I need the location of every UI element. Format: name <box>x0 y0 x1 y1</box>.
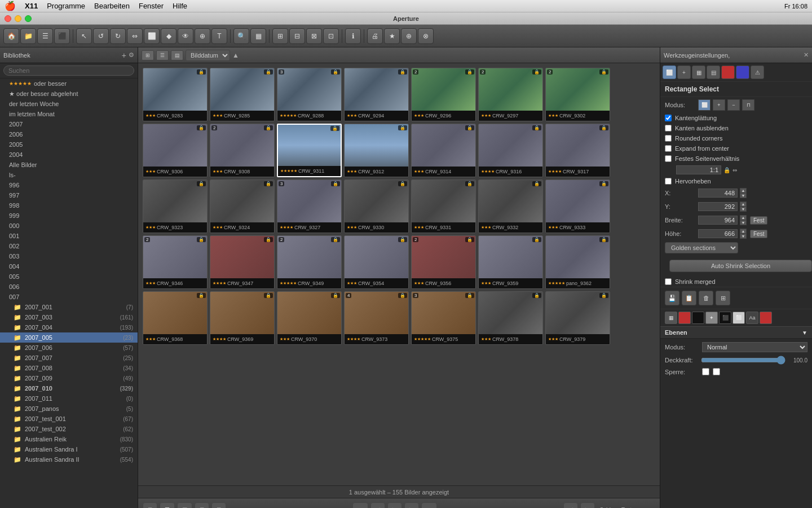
photo-item-CRW_9332[interactable]: 🔒★★★CRW_9332 <box>478 179 543 233</box>
breite-step-down[interactable]: ▼ <box>740 220 747 225</box>
sidebar-item-2007test002[interactable]: 📁 2007_test_002(62) <box>0 424 138 434</box>
breite-step-up[interactable]: ▲ <box>740 215 747 220</box>
nav-left-btn[interactable]: ◁ <box>563 502 578 509</box>
toolbar-align-btn[interactable]: ⊟ <box>289 28 305 44</box>
photo-item-CRW_9324[interactable]: 🔒★★★CRW_9324 <box>210 179 275 233</box>
hoehe-stepper[interactable]: ▲ ▼ <box>740 229 747 239</box>
x-input[interactable] <box>698 189 738 198</box>
toolbar-btn-3[interactable]: ☰ <box>37 28 53 44</box>
nav-prev-btn[interactable]: ◀ <box>370 502 385 509</box>
photo-item-CRW_9356[interactable]: 2🔒★★★CRW_9356 <box>411 235 476 289</box>
toolbar-btn-d[interactable]: ⊗ <box>418 28 434 44</box>
sidebar-item-2007007[interactable]: 📁 2007_007(25) <box>0 353 138 363</box>
sidebar-item-2007004[interactable]: 📁 2007_004(193) <box>0 322 138 332</box>
toolbar-flip-btn[interactable]: ⇔ <box>127 28 143 44</box>
y-stepper[interactable]: ▲ ▼ <box>740 202 747 212</box>
sperre-checkbox-2[interactable] <box>713 368 720 375</box>
sidebar-item-2004[interactable]: 2004 <box>0 150 138 160</box>
sidebar-item-2007010[interactable]: 📁 2007_010(329) <box>0 383 138 393</box>
toolbar-rotate-btn[interactable]: ↺ <box>93 28 109 44</box>
photo-item-CRW_9373[interactable]: 4🔒★★★★CRW_9373 <box>344 291 409 345</box>
color-tool-1[interactable]: ▦ <box>665 312 677 324</box>
sidebar-item-allebilder[interactable]: Alle Bilder <box>0 160 138 170</box>
sidebar-search-input[interactable] <box>3 65 134 76</box>
color-tool-red[interactable] <box>760 312 772 324</box>
sidebar-settings-btn[interactable]: ⚙ <box>129 51 134 59</box>
photo-item-CRW_9327[interactable]: 3🔒★★★★CRW_9327 <box>277 179 342 233</box>
sidebar-item-2007003[interactable]: 📁 2007_003(161) <box>0 312 138 322</box>
photo-item-CRW_9306[interactable]: 🔒★★★CRW_9306 <box>143 124 208 177</box>
sidebar-item-2007test001[interactable]: 📁 2007_test_001(67) <box>0 414 138 424</box>
photo-item-CRW_9330[interactable]: 🔒★★★CRW_9330 <box>344 179 409 233</box>
sort-dropdown[interactable]: Bilddatum <box>186 50 230 61</box>
nav-fwd-btn[interactable]: ⏭ <box>421 502 437 509</box>
nav-next-btn[interactable]: ▶ <box>404 502 419 509</box>
menu-programme[interactable]: Programme <box>47 2 85 10</box>
tool-add[interactable]: + <box>677 65 691 79</box>
ratio-lock-btn[interactable]: 🔒 <box>723 167 730 173</box>
sidebar-item-2007006[interactable]: 📁 2007_006(57) <box>0 343 138 353</box>
bottom-btn-4[interactable]: ⊟ <box>195 502 209 509</box>
photo-item-CRW_9317[interactable]: 🔒★★★★CRW_9317 <box>545 124 610 177</box>
sidebar-item-ls[interactable]: ls- <box>0 170 138 180</box>
nav-play-btn[interactable]: ▶ <box>387 502 402 509</box>
sidebar-item-2007008[interactable]: 📁 2007_008(34) <box>0 363 138 373</box>
y-step-down[interactable]: ▼ <box>740 207 747 212</box>
sidebar-item-007[interactable]: 007 <box>0 292 138 302</box>
photo-item-CRW_9288[interactable]: 3🔒★★★★★CRW_9288 <box>277 68 342 121</box>
photo-item-CRW_9347[interactable]: 🔒★★★★CRW_9347 <box>210 235 275 289</box>
checkbox-shrink-input[interactable] <box>665 278 672 285</box>
view-film-btn[interactable]: ▤ <box>171 50 183 60</box>
photo-item-CRW_9297[interactable]: 2🔒★★★CRW_9297 <box>478 68 543 121</box>
sidebar-item-997[interactable]: 997 <box>0 190 138 200</box>
toolbar-btn-c[interactable]: ⊕ <box>401 28 417 44</box>
hoehe-input[interactable] <box>698 229 738 238</box>
color-tool-4[interactable]: ✦ <box>705 312 718 324</box>
toolbar-btn-a[interactable]: ⊠ <box>306 28 322 44</box>
photo-item-CRW_9316[interactable]: 🔒★★★★CRW_9316 <box>478 124 543 177</box>
sidebar-item-999[interactable]: 999 <box>0 211 138 221</box>
sidebar-item-2007[interactable]: 2007 <box>0 119 138 129</box>
sort-arrow-btn[interactable]: ▲ <box>232 51 239 59</box>
toolbar-text-btn[interactable]: T <box>211 28 227 44</box>
checkbox-hervorheben-input[interactable] <box>665 178 672 185</box>
sidebar-item-2005[interactable]: 2005 <box>0 139 138 150</box>
bottom-btn-2[interactable]: ☰ <box>160 502 175 509</box>
menu-bearbeiten[interactable]: Bearbeiten <box>94 2 130 10</box>
action-save-btn[interactable]: 💾 <box>665 291 679 305</box>
x-step-down[interactable]: ▼ <box>740 193 747 198</box>
sidebar-item-2007005[interactable]: 📁 2007_005(23) <box>0 332 138 343</box>
photo-item-CRW_9354[interactable]: 🔒★★★CRW_9354 <box>344 235 409 289</box>
menu-fenster[interactable]: Fenster <box>139 2 164 10</box>
photo-item-CRW_9346[interactable]: 2🔒★★★CRW_9346 <box>143 235 208 289</box>
sidebar-item-australien-reik[interactable]: 📁 Australien Reik(830) <box>0 434 138 444</box>
color-tool-2[interactable] <box>678 312 691 324</box>
sidebar-item-004[interactable]: 004 <box>0 261 138 271</box>
x-step-up[interactable]: ▲ <box>740 188 747 193</box>
photo-item-CRW_9368[interactable]: 🔒★★★CRW_9368 <box>143 291 208 345</box>
toolbar-crop-btn[interactable]: ⬜ <box>144 28 160 44</box>
view-list-btn[interactable]: ☰ <box>156 50 169 60</box>
auto-shrink-btn[interactable]: Auto Shrink Selection <box>669 260 812 272</box>
photo-item-CRW_9333[interactable]: 🔒★★★CRW_9333 <box>545 179 610 233</box>
toolbar-grid-btn[interactable]: ⊞ <box>272 28 288 44</box>
photo-item-CRW_9359[interactable]: 🔒★★★CRW_9359 <box>478 235 543 289</box>
sidebar-item-002[interactable]: 002 <box>0 241 138 251</box>
sidebar-item-2007panos[interactable]: 📁 2007_panos(5) <box>0 404 138 414</box>
maximize-button[interactable] <box>25 15 32 22</box>
ratio-input[interactable] <box>676 165 721 174</box>
layers-expand-btn[interactable]: ▼ <box>802 330 807 336</box>
breite-input[interactable] <box>698 216 738 225</box>
breite-stepper[interactable]: ▲ ▼ <box>740 215 747 225</box>
hoehe-fest-btn[interactable]: Fest <box>750 230 767 238</box>
photo-item-CRW_9294[interactable]: 🔒★★★CRW_9294 <box>344 68 409 121</box>
sidebar-item-stars5[interactable]: ★★★★★ oder besser <box>0 78 138 89</box>
close-button[interactable] <box>5 15 11 22</box>
action-misc-btn[interactable]: ⊞ <box>716 291 730 305</box>
toolbar-select-btn[interactable]: ↖ <box>76 28 92 44</box>
photo-item-CRW_9312[interactable]: 🔒★★★CRW_9312 <box>344 124 409 177</box>
photo-item-CRW_9323[interactable]: 🔒★★★CRW_9323 <box>143 179 208 233</box>
checkbox-seitenverh-input[interactable] <box>665 155 672 162</box>
tool-grid[interactable]: ▦ <box>692 65 705 79</box>
toolbar-mask-btn[interactable]: ◆ <box>161 28 176 44</box>
